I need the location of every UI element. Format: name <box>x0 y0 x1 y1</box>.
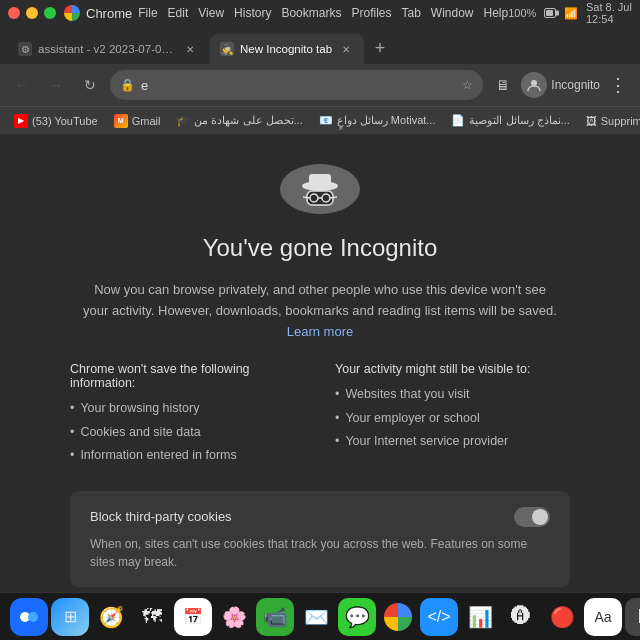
launchpad-icon: ⊞ <box>64 607 77 626</box>
bookmark-3-label: نماذج رسائل التوصية... <box>469 114 569 127</box>
minimize-button[interactable] <box>26 7 38 19</box>
bookmark-2[interactable]: 📧 رسائل دواعٍ Motivat... <box>313 112 442 129</box>
colorui-icon: 🔴 <box>550 605 575 629</box>
svg-rect-2 <box>309 174 331 187</box>
menu-bar: File Edit View History Bookmarks Profile… <box>138 6 508 20</box>
bookmark-4-favicon-icon: 🖼 <box>586 115 597 127</box>
dock-finder[interactable] <box>10 598 48 636</box>
bookmark-2-favicon-icon: 📧 <box>319 114 333 127</box>
bookmark-1-label: تحصل على شهادة من... <box>194 114 302 127</box>
fullscreen-button[interactable] <box>44 7 56 19</box>
dock-maps[interactable]: 🗺 <box>133 598 171 636</box>
menu-bookmarks[interactable]: Bookmarks <box>281 6 341 20</box>
reload-button[interactable]: ↻ <box>76 71 104 99</box>
menu-window[interactable]: Window <box>431 6 474 20</box>
dock-appstore[interactable]: 🅐 <box>502 598 540 636</box>
learn-more-link[interactable]: Learn more <box>287 324 353 339</box>
bookmark-1[interactable]: 🎓 تحصل على شهادة من... <box>170 112 308 129</box>
dock-chrome[interactable] <box>379 598 417 636</box>
tab-bar: ⚙ assistant - v2 2023-07-08 10... ✕ 🕵 Ne… <box>0 26 640 64</box>
incognito-intro-text: Now you can browse privately, and other … <box>80 280 560 342</box>
menu-file[interactable]: File <box>138 6 157 20</box>
bookmark-gmail[interactable]: M Gmail <box>108 112 167 130</box>
menu-profiles[interactable]: Profiles <box>351 6 391 20</box>
page-title: You've gone Incognito <box>203 234 438 262</box>
forward-button[interactable]: → <box>42 71 70 99</box>
cookies-block: Block third-party cookies When on, sites… <box>70 491 570 587</box>
new-tab-button[interactable]: + <box>366 34 394 62</box>
dock-device-manager[interactable]: 🖥 <box>625 598 640 636</box>
back-button[interactable]: ← <box>8 71 36 99</box>
dock-dictionary[interactable]: Aa <box>584 598 622 636</box>
address-bar[interactable]: 🔒 e ☆ <box>110 70 483 100</box>
dock-calendar[interactable]: 📅 <box>174 598 212 636</box>
tab-incognito[interactable]: 🕵 New Incognito tab ✕ <box>210 34 364 64</box>
dock-numbers[interactable]: 📊 <box>461 598 499 636</box>
gmail-favicon-icon: M <box>114 114 128 128</box>
list-item-cookies: Cookies and site data <box>70 424 305 442</box>
svg-line-7 <box>303 197 310 198</box>
toolbar: ← → ↻ 🔒 e ☆ 🖥 Incognito ⋮ <box>0 64 640 106</box>
menu-edit[interactable]: Edit <box>168 6 189 20</box>
tab-incognito-label: New Incognito tab <box>240 43 332 55</box>
menu-tab[interactable]: Tab <box>401 6 420 20</box>
chrome-wont-save-heading: Chrome won't save the following informat… <box>70 362 305 390</box>
cookies-toggle[interactable] <box>514 507 550 527</box>
safari-icon: 🧭 <box>99 605 124 629</box>
dock-vscode[interactable]: </> <box>420 598 458 636</box>
chrome-wont-save-col: Chrome won't save the following informat… <box>70 362 305 471</box>
menu-help[interactable]: Help <box>484 6 509 20</box>
star-icon[interactable]: ☆ <box>462 78 473 92</box>
tab-assistant-close[interactable]: ✕ <box>182 41 198 57</box>
app-branding: Chrome <box>64 5 132 21</box>
zoom-level: 100% <box>508 7 536 19</box>
bookmark-youtube-label: (53) YouTube <box>32 115 98 127</box>
traffic-lights <box>8 7 56 19</box>
tab-assistant[interactable]: ⚙ assistant - v2 2023-07-08 10... ✕ <box>8 34 208 64</box>
incognito-icon-container <box>280 164 360 214</box>
menu-history[interactable]: History <box>234 6 271 20</box>
profile-avatar[interactable] <box>521 72 547 98</box>
finder-icon <box>17 605 41 629</box>
dock-photos[interactable]: 🌸 <box>215 598 253 636</box>
more-options-button[interactable]: ⋮ <box>604 71 632 99</box>
bookmarks-bar: ▶ (53) YouTube M Gmail 🎓 تحصل على شهادة … <box>0 106 640 134</box>
menu-view[interactable]: View <box>198 6 224 20</box>
dock-colorui[interactable]: 🔴 <box>543 598 581 636</box>
incognito-label: Incognito <box>551 78 600 92</box>
dock-mail[interactable]: ✉️ <box>297 598 335 636</box>
chrome-logo-icon <box>64 5 80 21</box>
chrome-dock-icon <box>384 603 412 631</box>
activity-visible-col: Your activity might still be visible to:… <box>335 362 570 471</box>
tab-incognito-close[interactable]: ✕ <box>338 41 354 57</box>
title-bar: Chrome File Edit View History Bookmarks … <box>0 0 640 26</box>
secure-icon: 🔒 <box>120 78 135 92</box>
messages-icon: 💬 <box>345 605 370 629</box>
app-name: Chrome <box>86 6 132 21</box>
list-item-employer: Your employer or school <box>335 410 570 428</box>
cookies-title: Block third-party cookies <box>90 509 232 524</box>
svg-line-8 <box>330 197 337 198</box>
svg-point-10 <box>28 612 38 622</box>
address-text: e <box>141 78 456 93</box>
list-item-history: Your browsing history <box>70 400 305 418</box>
close-button[interactable] <box>8 7 20 19</box>
title-bar-right: 100% 📶 Sat 8. Jul 12:54 <box>508 1 632 25</box>
bookmark-youtube[interactable]: ▶ (53) YouTube <box>8 112 104 130</box>
bookmark-3-favicon-icon: 📄 <box>451 114 465 127</box>
tab-assistant-label: assistant - v2 2023-07-08 10... <box>38 43 176 55</box>
dictionary-icon: Aa <box>594 609 611 625</box>
toggle-knob <box>532 509 548 525</box>
wifi-icon: 📶 <box>564 7 578 20</box>
cast-button[interactable]: 🖥 <box>489 71 517 99</box>
dock-launchpad[interactable]: ⊞ <box>51 598 89 636</box>
bookmark-4[interactable]: 🖼 Supprimez l'arrièr... <box>580 113 640 129</box>
bookmark-3[interactable]: 📄 نماذج رسائل التوصية... <box>445 112 575 129</box>
dock-facetime[interactable]: 📹 <box>256 598 294 636</box>
dock-safari[interactable]: 🧭 <box>92 598 130 636</box>
activity-visible-list: Websites that you visit Your employer or… <box>335 386 570 451</box>
cookies-header: Block third-party cookies <box>90 507 550 527</box>
dock-messages[interactable]: 💬 <box>338 598 376 636</box>
vscode-icon: </> <box>427 608 450 626</box>
intro-main-text: Now you can browse privately, and other … <box>83 282 557 318</box>
